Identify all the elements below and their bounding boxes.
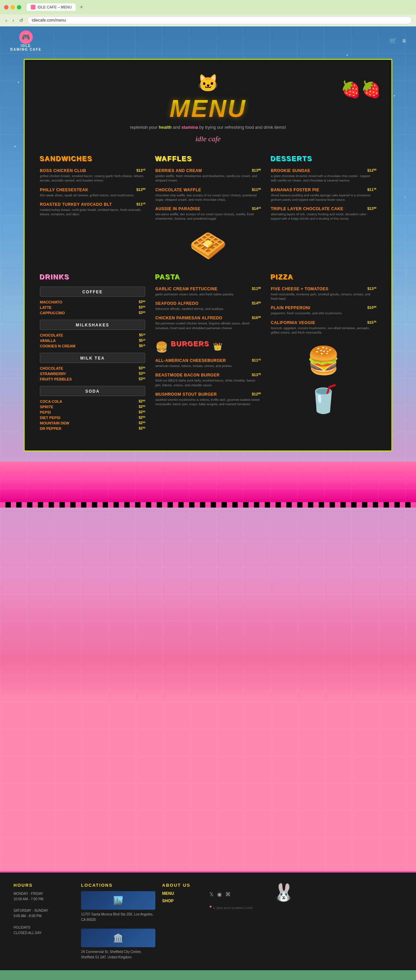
tab-bar: IDLE CAFE – MENU + xyxy=(27,3,86,11)
waffle-item-1: BERRIES AND CREAM $13⁹⁵ golden waffle, f… xyxy=(155,168,261,183)
pasta-title: PASTA xyxy=(155,274,261,281)
burger-item-2: BEASTMODE BACON BURGER $13⁷⁵ thick-cut B… xyxy=(155,373,261,387)
logo-text: IDLE xyxy=(21,44,31,48)
shop-link[interactable]: SHOP xyxy=(162,899,203,903)
browser-chrome: IDLE CAFE – MENU + ‹ › ↺ xyxy=(0,0,416,26)
site-header: 🎮 IDLE GAMING CAFE 🛒 ≡ xyxy=(0,26,416,56)
cart-icon[interactable]: 🛒 xyxy=(389,37,397,45)
soda-label: SODA xyxy=(86,389,100,394)
checker-stripe xyxy=(0,502,416,508)
drinks-title: DRINKS xyxy=(40,274,145,281)
top-sections-grid: SANDWICHES BOSS CHICKEN CLUB $12²⁵ grill… xyxy=(25,150,391,268)
crown-icon: 👑 xyxy=(213,342,222,351)
pizza-title: PIZZA xyxy=(271,274,376,281)
dessert-item-1: BROOKIE SUNDAE $12⁵⁰ a giant chocolate b… xyxy=(271,168,376,183)
active-tab[interactable]: IDLE CAFE – MENU xyxy=(27,3,76,11)
menu-script-logo: idle cafe xyxy=(32,135,384,143)
sandwich-desc-3: roasted turkey breast, multi-grain bread… xyxy=(40,207,145,216)
burger-item-3: MUSHROOM STOUT BURGER $12⁵⁰ sautéed crem… xyxy=(155,392,261,407)
footer-social: SOCIAL 𝕏 ◉ ⌘ ♥ © 2022 IDLE GAMING CAFE xyxy=(210,883,260,960)
waffle-desc-3: two-piece waffle, two scoops of ice crea… xyxy=(155,212,261,221)
pasta-item-2: SEAFOOD ALFREDO $14⁵⁰ fettuccine alfredo… xyxy=(155,301,261,311)
burger-name-3: MUSHROOM STOUT BURGER xyxy=(155,392,249,397)
milktea-fruity-pebbles: FRUITY PEBBLES $3⁵⁰ xyxy=(40,377,145,381)
pasta-item-1: GARLIC CREAM FETTUCCINE $11⁹⁵ garlic par… xyxy=(155,286,261,296)
close-button[interactable] xyxy=(4,5,8,10)
soda-sprite: SPRITE $2⁵⁰ xyxy=(40,405,145,409)
subtitle-stamina: stamina xyxy=(181,125,198,130)
footer-mascot-image: 🐰 xyxy=(267,883,300,902)
discord-icon[interactable]: ⌘ xyxy=(225,891,230,897)
subtitle-health: health xyxy=(159,125,171,130)
weekday-hours: 10:00 AM - 7:00 PM xyxy=(14,897,74,902)
sandwich-price-2: $13⁵⁰ xyxy=(137,188,145,192)
soda-diet-pepsi: DIET PEPSI $2⁵⁰ xyxy=(40,416,145,420)
pizza-item-1: FIVE CHEESE + TOMATOES $13³⁵ fresh mozza… xyxy=(271,286,376,301)
copyright-text: © 2022 IDLE GAMING CAFE xyxy=(213,906,252,910)
locations-title: LOCATIONS xyxy=(81,883,155,888)
menu-mascot: 🐱 xyxy=(32,73,384,93)
dessert-desc-2: sliced banana pudding and vanilla sponge… xyxy=(271,193,376,202)
menu-title: MENU xyxy=(32,96,384,121)
hamburger-menu-icon[interactable]: ≡ xyxy=(402,38,406,45)
menu-container: 🐱 MENU replenish your health and stamina… xyxy=(24,59,392,452)
pizza-desc-2: pepperoni, fresh mozzarella, and wild mu… xyxy=(271,311,376,315)
soda-mountain-dew: MOUNTAIN DEW $2⁵⁰ xyxy=(40,421,145,425)
holidays-label: HOLIDAYS xyxy=(14,925,74,930)
waffle-name-3: AUSSIE IN PARADISE xyxy=(155,207,249,211)
weekend-label: SATURDAY - SUNDAY xyxy=(14,908,74,913)
milkshake-vanilla: VANILLA $5²⁵ xyxy=(40,339,145,343)
logo-subtext: GAMING CAFE xyxy=(10,48,41,51)
drinks-section: DRINKS COFFEE MACCHIATO $3⁰⁰ LATTE $3⁰⁰ … xyxy=(35,268,150,437)
pizza-desc-1: fresh mozzarella, monterey jack, smoked … xyxy=(271,292,376,301)
pasta-section: PASTA GARLIC CREAM FETTUCCINE $11⁹⁵ garl… xyxy=(150,268,266,437)
location-1-address: 11707 Santa Monica Blvd Ste 206, Los Ang… xyxy=(81,912,155,923)
menu-link[interactable]: MENU xyxy=(162,891,203,896)
sandwich-name-2: PHILLY CHEESESTEAK xyxy=(40,188,134,192)
burger-item-1: ALL-AMERICAN CHEESEBURGER $11²⁵ american… xyxy=(155,358,261,368)
pasta-price-1: $11⁹⁵ xyxy=(252,286,261,291)
milktea-chocolate: CHOCOLATE $3⁵⁰ xyxy=(40,366,145,371)
twitter-icon[interactable]: 𝕏 xyxy=(210,891,214,897)
dessert-price-2: $11⁷⁵ xyxy=(367,188,376,192)
hours-title: HOURS xyxy=(14,883,74,888)
minimize-button[interactable] xyxy=(11,5,15,10)
refresh-button[interactable]: ↺ xyxy=(18,17,25,24)
waffle-item-2: CHOCOLATE WAFFLE $11⁵⁰ chocolate chip wa… xyxy=(155,188,261,202)
dessert-name-1: BROOKIE SUNDAE xyxy=(271,168,365,173)
waffle-price-3: $14²⁵ xyxy=(252,207,261,211)
instagram-icon[interactable]: ◉ xyxy=(217,891,222,897)
new-tab-button[interactable]: + xyxy=(77,3,86,11)
sandwiches-title: SANDWICHES xyxy=(40,155,145,163)
waffles-title: WAFFLES xyxy=(155,155,261,163)
pizza-price-1: $13³⁵ xyxy=(367,286,376,291)
pink-decorative-section xyxy=(0,461,416,502)
back-button[interactable]: ‹ xyxy=(4,17,8,24)
browser-navbar: ‹ › ↺ xyxy=(0,14,416,26)
pizza-desc-3: broccoli, eggplant, cremini mushrooms, s… xyxy=(271,326,376,335)
food-imagery: 🍔 xyxy=(271,345,376,377)
pasta-desc-1: garlic parmesan cream sauce, and fresh I… xyxy=(155,292,261,296)
header-icons: 🛒 ≡ xyxy=(389,37,406,45)
soda-pepsi: PEPSI $2⁵⁰ xyxy=(40,410,145,414)
pizza-price-3: $15⁷⁵ xyxy=(367,320,376,325)
coffee-subsection-header: COFFEE xyxy=(40,286,145,297)
pasta-item-3: CHICKEN PARMESAN ALFREDO $16⁵⁰ flat parm… xyxy=(155,316,261,330)
burger-desc-1: american cheese, lettuce, tomato, onions… xyxy=(155,364,261,368)
maximize-button[interactable] xyxy=(17,5,21,10)
weekday-label: MONDAY - FRIDAY xyxy=(14,891,74,897)
forward-button[interactable]: › xyxy=(11,17,16,24)
copyright-area: ♥ © 2022 IDLE GAMING CAFE xyxy=(210,904,260,910)
strawberry-decoration: 🍓🍓 xyxy=(341,80,381,99)
milkshake-food-image: 🥤 xyxy=(271,383,376,415)
location-2-address: 24 Commercial St, Sheffield City Centre,… xyxy=(81,949,155,960)
subtitle-middle: and xyxy=(173,125,181,130)
pizza-price-2: $10⁰⁰ xyxy=(367,305,376,310)
burger-name-1: ALL-AMERICAN CHEESEBURGER xyxy=(155,358,249,363)
milkshake-cookies: COOKIES N CREAM $5²⁵ xyxy=(40,344,145,348)
milktea-label: MILK TEA xyxy=(80,356,105,361)
dessert-price-1: $12⁵⁰ xyxy=(367,168,376,173)
pasta-name-1: GARLIC CREAM FETTUCCINE xyxy=(155,286,249,291)
sandwich-item-3: ROASTED TURKEY AVOCADO BLT $11²⁵ roasted… xyxy=(40,202,145,216)
address-bar[interactable] xyxy=(27,16,412,24)
